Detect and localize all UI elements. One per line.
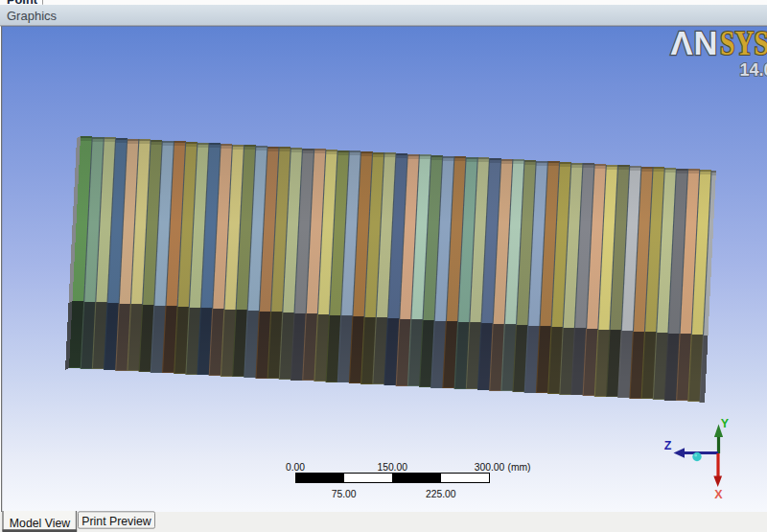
svg-text:Print Preview: Print Preview: [81, 515, 151, 528]
svg-text:SYS: SYS: [720, 25, 767, 62]
svg-text:Graphics: Graphics: [7, 9, 58, 23]
svg-text:150.00: 150.00: [377, 462, 407, 473]
svg-text:Z: Z: [664, 439, 672, 452]
svg-text:14.0: 14.0: [740, 60, 767, 80]
svg-text:0.00: 0.00: [286, 462, 305, 473]
svg-text:75.00: 75.00: [332, 489, 357, 499]
svg-text:225.00: 225.00: [426, 489, 456, 499]
svg-text:ΛN: ΛN: [671, 25, 719, 61]
svg-text:Y: Y: [721, 417, 730, 430]
svg-text:X: X: [714, 488, 723, 501]
svg-text:300.00: 300.00: [475, 462, 505, 473]
svg-text:Model View: Model View: [10, 517, 70, 530]
svg-text:(mm): (mm): [508, 462, 531, 473]
